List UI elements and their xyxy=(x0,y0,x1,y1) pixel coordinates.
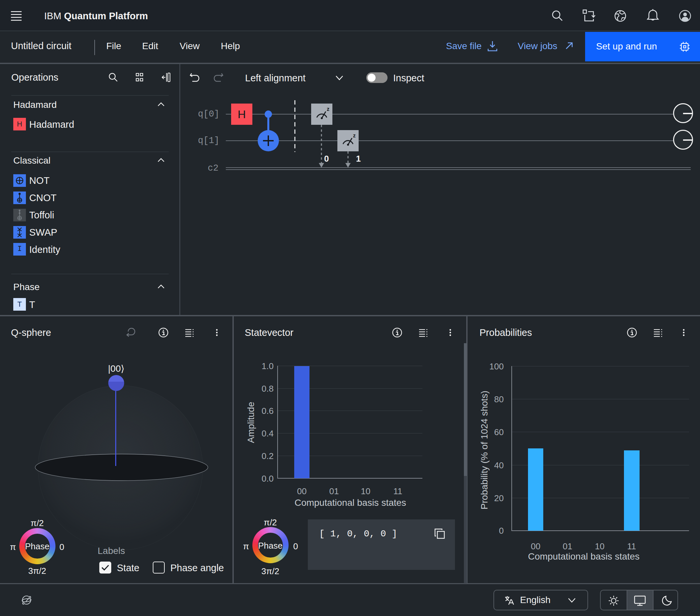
svg-text:z: z xyxy=(327,106,329,112)
svg-text:z: z xyxy=(353,133,355,138)
